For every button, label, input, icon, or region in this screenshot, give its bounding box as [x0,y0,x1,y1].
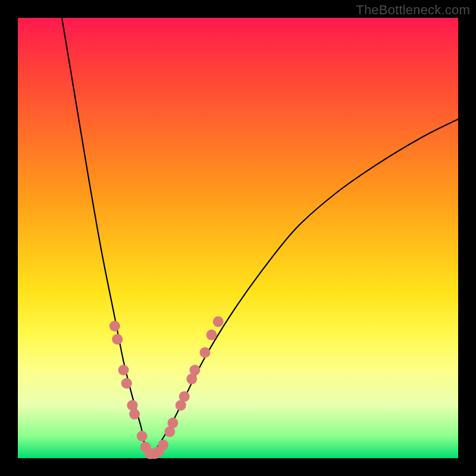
data-marker [112,334,123,345]
data-marker [206,330,217,340]
data-marker [179,391,190,402]
data-marker [137,431,148,441]
chart-frame: TheBottleneck.com [0,0,476,476]
data-marker [200,347,211,358]
data-marker [109,321,120,331]
curves-layer [18,18,458,458]
marker-cluster [109,317,224,459]
left-curve-path [62,18,150,458]
data-marker [129,409,140,419]
right-curve [150,119,458,458]
plot-area [18,18,458,458]
left-curve [62,18,150,458]
data-marker [189,365,200,375]
data-marker [121,378,132,389]
right-curve-path [150,119,458,458]
data-marker [213,317,224,327]
data-marker [167,418,178,428]
data-marker [158,440,168,450]
watermark-text: TheBottleneck.com [356,2,470,18]
data-marker [118,365,129,375]
